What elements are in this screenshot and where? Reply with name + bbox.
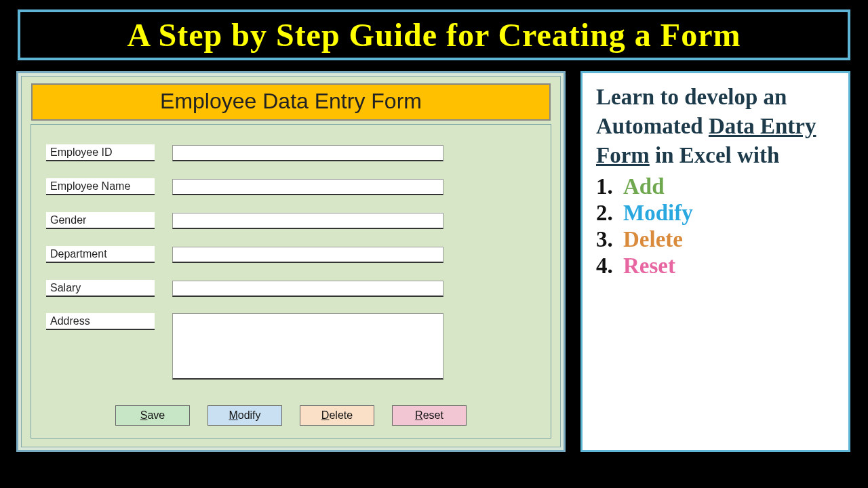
info-num-2: 2.	[596, 201, 616, 226]
label-employee-name: Employee Name	[46, 178, 155, 195]
input-gender[interactable]	[172, 213, 443, 229]
field-row-employee-id: Employee ID	[46, 144, 443, 161]
info-list: 1. Add 2. Modify 3. Delete 4. Reset	[596, 174, 836, 279]
info-text-reset: Reset	[623, 253, 675, 279]
info-item-add: 1. Add	[596, 174, 836, 199]
field-row-address: Address	[46, 313, 443, 331]
info-num-3: 3.	[596, 227, 616, 252]
field-row-department: Department	[46, 245, 443, 263]
info-text-modify: Modify	[623, 201, 693, 226]
input-employee-name[interactable]	[172, 179, 443, 195]
label-employee-id: Employee ID	[46, 144, 155, 161]
info-item-reset: 4. Reset	[596, 253, 836, 279]
field-row-salary: Salary	[46, 279, 443, 297]
delete-button-rest: elete	[329, 409, 353, 421]
button-row: Save Modify Delete Reset	[31, 405, 551, 426]
info-lead-post: in Excel with	[650, 143, 780, 167]
field-row-employee-name: Employee Name	[46, 178, 443, 195]
label-address: Address	[46, 313, 155, 330]
form-panel: Employee Data Entry Form Employee ID Emp…	[16, 71, 566, 452]
modify-button[interactable]: Modify	[208, 405, 282, 426]
title-bar: A Step by Step Guide for Creating a Form	[18, 9, 850, 60]
form-header: Employee Data Entry Form	[31, 83, 551, 121]
info-text-add: Add	[623, 174, 665, 199]
info-num-4: 4.	[596, 253, 616, 279]
info-panel: Learn to develop an Automated Data Entry…	[580, 71, 850, 452]
info-text-delete: Delete	[623, 227, 683, 252]
delete-button[interactable]: Delete	[300, 405, 374, 426]
save-button[interactable]: Save	[115, 405, 190, 426]
input-address[interactable]	[172, 313, 443, 380]
form-frame: Employee ID Employee Name Gender Departm…	[31, 124, 551, 439]
label-gender: Gender	[46, 212, 155, 229]
modify-button-rest: odify	[238, 409, 261, 421]
field-row-gender: Gender	[46, 211, 443, 229]
input-department[interactable]	[172, 247, 443, 263]
info-item-delete: 3. Delete	[596, 227, 836, 252]
reset-button[interactable]: Reset	[392, 405, 467, 426]
page-title: A Step by Step Guide for Creating a Form	[27, 16, 841, 54]
label-salary: Salary	[46, 280, 155, 297]
label-department: Department	[46, 246, 155, 263]
input-salary[interactable]	[172, 281, 443, 297]
save-button-rest: ave	[147, 409, 165, 421]
info-lead: Learn to develop an Automated Data Entry…	[596, 83, 836, 170]
reset-button-rest: eset	[423, 409, 443, 421]
input-employee-id[interactable]	[172, 145, 443, 161]
info-item-modify: 2. Modify	[596, 201, 836, 226]
info-num-1: 1.	[596, 174, 616, 199]
form-surface: Employee Data Entry Form Employee ID Emp…	[21, 76, 561, 447]
content-row: Employee Data Entry Form Employee ID Emp…	[12, 71, 856, 452]
